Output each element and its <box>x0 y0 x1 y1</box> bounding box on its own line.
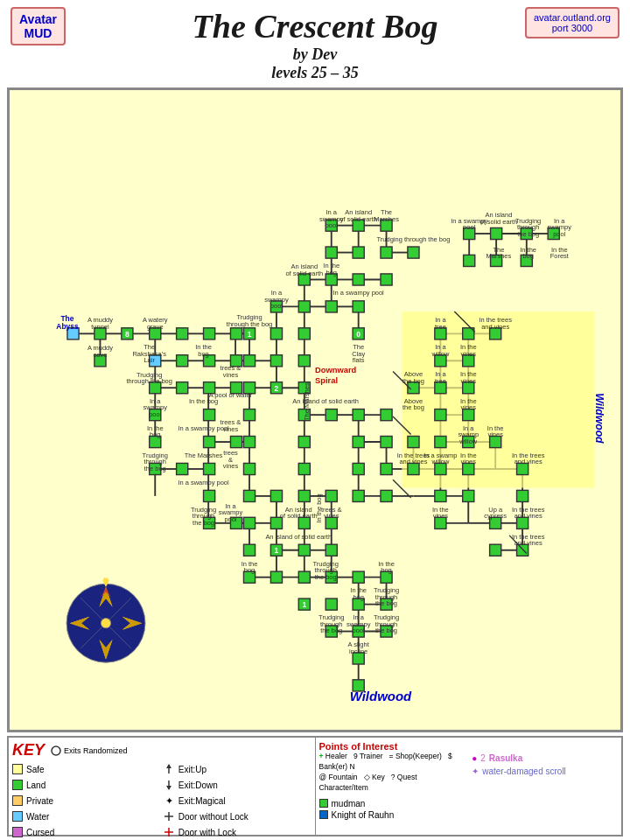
svg-rect-250 <box>177 463 188 474</box>
svg-rect-296 <box>353 680 364 691</box>
svg-text:pool: pool <box>224 515 236 523</box>
svg-rect-239 <box>243 436 255 447</box>
svg-text:through the bog: through the bog <box>227 320 272 328</box>
svg-text:vines: vines <box>324 512 340 520</box>
svg-text:cypress: cypress <box>484 512 507 520</box>
legend-safe: Safe <box>12 763 161 775</box>
wildwood-label: Wildwood <box>593 393 606 444</box>
svg-rect-170 <box>464 255 475 266</box>
svg-text:the bog: the bog <box>320 626 342 634</box>
svg-rect-261 <box>298 490 310 501</box>
svg-rect-230 <box>326 410 337 421</box>
svg-point-14 <box>101 619 110 628</box>
byline: by Dev <box>293 46 337 63</box>
svg-text:the bog: the bog <box>517 230 539 238</box>
legend-exit-up: Exit:Up <box>163 763 312 775</box>
svg-text:Lair: Lair <box>144 356 155 364</box>
svg-text:An island of solid earth: An island of solid earth <box>292 397 359 405</box>
svg-text:of solid earth: of solid earth <box>285 270 323 277</box>
svg-text:the bog: the bog <box>402 377 424 385</box>
svg-rect-240 <box>298 436 310 447</box>
svg-marker-456 <box>166 786 172 790</box>
svg-rect-262 <box>326 490 337 501</box>
svg-rect-207 <box>177 355 188 367</box>
svg-rect-256 <box>463 490 474 501</box>
svg-text:8: 8 <box>125 330 130 339</box>
svg-rect-180 <box>326 301 337 312</box>
svg-rect-259 <box>243 490 255 501</box>
svg-text:bog: bog <box>522 252 534 260</box>
svg-text:vines: vines <box>461 377 477 385</box>
svg-text:vines: vines <box>487 430 503 438</box>
server-badge: avatar.outland.org port 3000 <box>525 7 620 38</box>
poi-items: + Healer 9 Trainer = Shop(Keeper) $ Bank… <box>319 752 466 794</box>
key-title: KEY <box>12 741 45 760</box>
legend-left: KEY Exits Randomized Safe Exit:Up Land E… <box>9 738 316 835</box>
map-svg: Wildwood Wildwood <box>10 90 620 730</box>
legend-private: Private <box>12 794 161 807</box>
svg-text:the bog: the bog <box>315 573 337 581</box>
svg-rect-241 <box>353 436 364 447</box>
svg-rect-174 <box>353 247 364 258</box>
svg-text:tree: tree <box>435 323 446 331</box>
svg-text:vines: vines <box>223 371 239 379</box>
svg-rect-191 <box>177 328 188 340</box>
svg-text:In the bog: In the bog <box>189 397 218 405</box>
svg-rect-278 <box>243 544 255 556</box>
svg-text:the bog: the bog <box>144 465 166 472</box>
svg-text:vines: vines <box>433 512 449 520</box>
svg-rect-243 <box>408 436 419 447</box>
svg-text:bog: bog <box>244 566 256 574</box>
svg-text:willow: willow <box>458 438 478 445</box>
svg-rect-276 <box>298 544 310 556</box>
svg-text:pool: pool <box>553 230 565 238</box>
svg-rect-232 <box>381 410 392 421</box>
svg-text:0: 0 <box>356 330 360 339</box>
svg-text:bog: bog <box>326 269 337 276</box>
svg-text:pool: pool <box>353 626 365 634</box>
svg-text:willow: willow <box>430 350 450 358</box>
svg-rect-260 <box>270 490 282 501</box>
svg-text:2: 2 <box>275 384 279 393</box>
svg-rect-176 <box>408 247 419 258</box>
svg-text:Marshes: Marshes <box>486 252 512 260</box>
svg-text:tree: tree <box>435 377 446 385</box>
svg-text:willow: willow <box>430 458 450 466</box>
svg-rect-285 <box>353 571 364 583</box>
svg-rect-242 <box>381 436 392 447</box>
svg-rect-282 <box>270 571 282 583</box>
svg-text:pool: pool <box>326 221 338 229</box>
svg-rect-181 <box>353 274 364 285</box>
exits-randomized: Exits Randomized <box>50 745 128 757</box>
svg-rect-216 <box>435 410 446 421</box>
svg-text:grave: grave <box>147 323 164 331</box>
svg-rect-211 <box>270 355 282 367</box>
svg-text:N: N <box>103 576 108 584</box>
server-line1: avatar.outland.org <box>534 12 611 23</box>
svg-text:of solid earth: of solid earth <box>480 218 517 226</box>
avatar-line2: MUD <box>24 26 52 40</box>
svg-rect-177 <box>326 247 337 258</box>
svg-rect-165 <box>491 228 502 239</box>
byline-levels: by Dev levels 25 – 35 <box>0 46 630 82</box>
svg-rect-182 <box>381 274 392 285</box>
svg-rect-257 <box>517 490 528 501</box>
svg-rect-279 <box>490 544 501 556</box>
svg-text:bog: bog <box>198 350 209 358</box>
legend-right: Points of Interest + Healer 9 Trainer = … <box>316 738 622 835</box>
legend: KEY Exits Randomized Safe Exit:Up Land E… <box>7 736 623 836</box>
svg-text:The Marshes: The Marshes <box>185 452 223 459</box>
svg-rect-258 <box>204 490 215 501</box>
levels: levels 25 – 35 <box>271 64 358 81</box>
svg-text:Forest: Forest <box>550 252 570 260</box>
svg-text:and vines: and vines <box>514 458 542 466</box>
svg-text:Abyss: Abyss <box>56 322 79 331</box>
svg-rect-212 <box>298 355 310 367</box>
svg-text:incline: incline <box>349 648 368 655</box>
server-line2: port 3000 <box>552 23 592 33</box>
svg-text:1: 1 <box>302 600 306 609</box>
svg-rect-219 <box>177 382 188 394</box>
svg-text:and vines: and vines <box>481 323 509 331</box>
legend-exit-down: Exit:Down <box>163 779 312 791</box>
svg-rect-283 <box>298 571 310 583</box>
